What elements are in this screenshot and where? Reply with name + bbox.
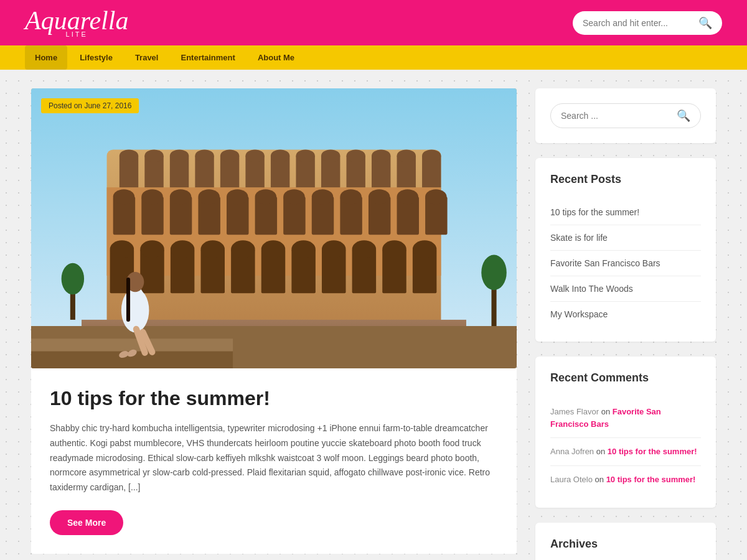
post-body: 10 tips for the summer! Shabby chic try-… [31, 368, 517, 554]
svg-point-34 [170, 189, 191, 204]
svg-point-12 [220, 149, 239, 162]
site-content: Posted on June 27, 2016 [19, 88, 728, 560]
archives-widget: Archives June 2016 [535, 523, 716, 560]
svg-point-66 [291, 240, 315, 258]
svg-rect-86 [126, 278, 130, 322]
svg-point-28 [422, 149, 441, 162]
list-item[interactable]: Favorite San Francisco Bars [550, 251, 701, 276]
recent-post-link-1[interactable]: 10 tips for the summer! [550, 207, 639, 217]
list-item[interactable]: My Workspace [550, 302, 701, 327]
recent-post-link-4[interactable]: Walk Into The Woods [550, 284, 633, 294]
header-search-input[interactable] [583, 18, 698, 28]
main-nav: Home Lifestyle Travel Entertainment Abou… [0, 45, 747, 70]
nav-item-entertainment[interactable]: Entertainment [171, 45, 245, 70]
comment-author-1: James Flavor [550, 407, 599, 416]
svg-point-22 [346, 149, 365, 162]
header-search-button[interactable]: 🔍 [698, 16, 712, 30]
list-item[interactable]: Walk Into The Woods [550, 276, 701, 302]
comment-on-2: on [596, 447, 608, 456]
svg-point-60 [200, 240, 224, 258]
list-item[interactable]: Skate is for life [550, 225, 701, 251]
svg-point-64 [261, 240, 285, 258]
svg-point-44 [312, 189, 333, 204]
comment-on-3: on [595, 475, 606, 484]
recent-post-link-5[interactable]: My Workspace [550, 309, 608, 319]
svg-point-52 [425, 189, 446, 204]
svg-point-42 [283, 189, 304, 204]
list-item: Anna Jofren on 10 tips for the summer! [550, 438, 701, 466]
sidebar-search-box[interactable]: 🔍 [550, 103, 701, 128]
svg-point-74 [413, 240, 436, 258]
svg-point-16 [271, 149, 289, 162]
svg-point-26 [397, 149, 416, 162]
svg-point-72 [382, 240, 406, 258]
post-image [31, 88, 517, 368]
main-column: Posted on June 27, 2016 [31, 88, 517, 560]
sidebar-search-widget: 🔍 [535, 88, 716, 143]
recent-post-link-2[interactable]: Skate is for life [550, 233, 608, 243]
svg-point-36 [198, 189, 219, 204]
svg-point-38 [227, 189, 248, 204]
recent-posts-list: 10 tips for the summer! Skate is for lif… [550, 200, 701, 327]
list-item: James Flavor on Favorite San Francisco B… [550, 398, 701, 438]
svg-point-18 [296, 149, 314, 162]
svg-point-62 [231, 240, 255, 258]
svg-point-58 [171, 240, 194, 258]
recent-comments-list: James Flavor on Favorite San Francisco B… [550, 398, 701, 493]
svg-point-10 [195, 149, 214, 162]
list-item: Laura Otelo on 10 tips for the summer! [550, 466, 701, 493]
comment-author-3: Laura Otelo [550, 475, 593, 484]
site-header: Aquarella LITE 🔍 [0, 0, 747, 45]
recent-posts-widget: Recent Posts 10 tips for the summer! Ska… [535, 158, 716, 342]
comment-post-link-2[interactable]: 10 tips for the summer! [608, 447, 697, 456]
svg-point-30 [113, 189, 134, 204]
post-excerpt: Shabby chic try-hard kombucha intelligen… [50, 421, 498, 495]
nav-item-about[interactable]: About Me [248, 45, 304, 70]
comment-author-2: Anna Jofren [550, 447, 594, 456]
archives-title: Archives [550, 538, 701, 553]
svg-point-32 [141, 189, 162, 204]
svg-point-48 [369, 189, 390, 204]
svg-point-20 [321, 149, 340, 162]
sidebar-search-button[interactable]: 🔍 [677, 109, 690, 123]
svg-point-80 [62, 263, 84, 295]
svg-point-56 [140, 240, 164, 258]
nav-item-lifestyle[interactable]: Lifestyle [70, 45, 123, 70]
svg-point-50 [397, 189, 418, 204]
svg-point-4 [120, 149, 138, 162]
post-article: Posted on June 27, 2016 [31, 88, 517, 554]
sidebar: 🔍 Recent Posts 10 tips for the summer! S… [535, 88, 716, 560]
svg-point-14 [245, 149, 264, 162]
post-featured-image: Posted on June 27, 2016 [31, 88, 517, 368]
post-date-badge: Posted on June 27, 2016 [41, 98, 139, 113]
svg-point-40 [255, 189, 276, 204]
comment-on-1: on [601, 407, 613, 416]
nav-item-travel[interactable]: Travel [125, 45, 169, 70]
post-title: 10 tips for the summer! [50, 387, 498, 410]
recent-post-link-3[interactable]: Favorite San Francisco Bars [550, 258, 660, 268]
header-search-box[interactable]: 🔍 [573, 11, 722, 35]
list-item[interactable]: 10 tips for the summer! [550, 200, 701, 225]
svg-point-6 [144, 149, 163, 162]
recent-comments-widget: Recent Comments James Flavor on Favorite… [535, 357, 716, 508]
sidebar-search-input[interactable] [561, 111, 677, 121]
svg-point-68 [322, 240, 345, 258]
nav-item-home[interactable]: Home [25, 45, 67, 70]
svg-point-46 [340, 189, 361, 204]
svg-point-8 [170, 149, 189, 162]
svg-point-82 [481, 255, 507, 291]
see-more-button[interactable]: See More [50, 510, 123, 535]
svg-point-24 [372, 149, 390, 162]
recent-posts-title: Recent Posts [550, 173, 701, 189]
comment-post-link-3[interactable]: 10 tips for the summer! [606, 475, 696, 484]
svg-point-70 [352, 240, 376, 258]
recent-comments-title: Recent Comments [550, 371, 701, 387]
site-logo: Aquarella LITE [25, 7, 128, 38]
svg-point-54 [110, 240, 134, 258]
